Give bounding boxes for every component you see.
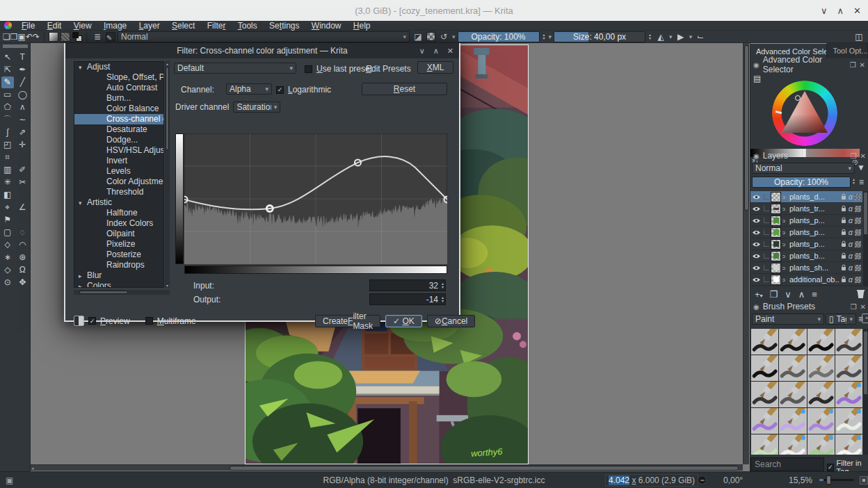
- magnetic-select-tool[interactable]: Ω: [16, 264, 29, 276]
- logarithmic-checkbox[interactable]: ✓: [276, 86, 284, 94]
- close-docker-icon[interactable]: ✕: [860, 303, 866, 311]
- layer-options-menu-icon[interactable]: ≡: [859, 177, 864, 187]
- menu-item[interactable]: Window: [307, 21, 346, 31]
- inherit-alpha-icon[interactable]: [855, 265, 861, 271]
- layer-opacity-spinner[interactable]: ▴▾: [851, 178, 856, 185]
- brush-preset-tile[interactable]: [807, 329, 835, 355]
- filter-list-item[interactable]: Raindrops: [74, 260, 163, 270]
- alpha-lock-icon[interactable]: α: [849, 240, 853, 248]
- use-last-preset-checkbox[interactable]: [305, 65, 312, 73]
- layer-name[interactable]: plants_p...: [789, 228, 839, 236]
- filter-list-item[interactable]: Auto Contrast: [74, 83, 163, 93]
- brush-preset-tile[interactable]: [835, 408, 862, 434]
- float-docker-icon[interactable]: ❐: [851, 303, 857, 311]
- filter-list-item[interactable]: ▾Adjust: [74, 62, 163, 72]
- brush-preset-tile[interactable]: [751, 355, 778, 381]
- menu-item[interactable]: Filter: [202, 21, 231, 31]
- filter-list-hscrollbar[interactable]: [74, 290, 170, 295]
- measure-tool[interactable]: ∠: [16, 202, 29, 213]
- alpha-lock-icon[interactable]: α: [849, 263, 853, 272]
- window-maximize-button[interactable]: ∧: [837, 6, 844, 16]
- cancel-button[interactable]: ⊘Cancel: [427, 315, 475, 327]
- zoom-tool[interactable]: ⊙: [1, 277, 14, 288]
- menu-item[interactable]: Image: [99, 21, 131, 31]
- layer-visibility-eye-icon[interactable]: [752, 206, 761, 212]
- workspace-chooser-icon[interactable]: ◫: [853, 32, 865, 42]
- gradient-tool[interactable]: ▥: [1, 164, 14, 176]
- layer-name[interactable]: plants_p...: [789, 240, 839, 248]
- brush-preset-tile[interactable]: [751, 434, 778, 455]
- docker-pin-icon[interactable]: ◉: [753, 61, 760, 69]
- [interactable]: [16, 152, 29, 163]
- filter-list-item[interactable]: Color Balance: [74, 104, 163, 114]
- eraser-mode-icon[interactable]: ◪: [412, 32, 424, 42]
- zoom-slider[interactable]: [819, 479, 854, 481]
- move-layer-down-button[interactable]: ∨: [785, 289, 791, 300]
- filter-list-item[interactable]: Index Colors: [74, 218, 163, 229]
- h-scroll-thumb[interactable]: [230, 466, 739, 471]
- brush-preset-tile[interactable]: [779, 434, 806, 455]
- blend-mode-dropdown[interactable]: Normal▾: [118, 31, 410, 42]
- canvas-horizontal-scrollbar[interactable]: ◂: [31, 464, 743, 471]
- bezier-select-tool[interactable]: ◇: [1, 264, 14, 276]
- filter-list-item[interactable]: ▸Colors: [74, 281, 163, 288]
- mirror-horizontal-icon[interactable]: ◭: [654, 32, 667, 42]
- ok-button[interactable]: ✓ OK: [385, 315, 422, 327]
- layer-row[interactable]: ↄ plants_sh... α: [750, 262, 862, 274]
- layer-name[interactable]: plants_d...: [789, 193, 839, 201]
- duplicate-layer-button[interactable]: ❐: [770, 289, 778, 300]
- tree-expand-icon[interactable]: ▸: [79, 282, 87, 288]
- menu-item[interactable]: View: [69, 21, 97, 31]
- layer-visibility-eye-icon[interactable]: [752, 253, 761, 259]
- layer-blend-mode-dropdown[interactable]: Normal▾: [752, 163, 855, 174]
- output-spinbox[interactable]: -14▴▾: [369, 293, 446, 305]
- filter-list-item[interactable]: Pixelize: [74, 239, 163, 250]
- layer-thumbnail[interactable]: [771, 192, 781, 202]
- pattern-chooser-icon[interactable]: [61, 32, 70, 42]
- brush-preset-tile[interactable]: [807, 355, 835, 381]
- filter-list-item[interactable]: Burn...: [74, 93, 163, 104]
- layer-name[interactable]: plants_p...: [789, 216, 839, 225]
- layer-row[interactable]: ↄ plants_d... α: [750, 191, 862, 203]
- brush-preset-tile[interactable]: [835, 355, 862, 381]
- xml-button[interactable]: XML: [417, 61, 453, 74]
- alpha-lock-icon[interactable]: α: [849, 204, 853, 213]
- rect-select-tool[interactable]: ▢: [1, 227, 14, 238]
- layer-visibility-eye-icon[interactable]: [752, 194, 761, 200]
- preserve-alpha-icon[interactable]: [426, 32, 435, 41]
- layer-thumbnail[interactable]: [771, 263, 781, 273]
- mirror-v-arrow[interactable]: ▾: [689, 33, 693, 40]
- brush-preset-tile[interactable]: [751, 408, 778, 434]
- crop-tool[interactable]: ⌗: [1, 152, 14, 163]
- redo-icon[interactable]: ↷: [33, 32, 40, 42]
- brush-preset-tile[interactable]: [779, 329, 806, 355]
- brush-preset-tile[interactable]: [779, 382, 806, 407]
- freehand-select-tool[interactable]: ◠: [16, 239, 29, 251]
- fill-tool[interactable]: ◧: [1, 189, 14, 201]
- filter-list-item[interactable]: Threshold: [74, 187, 163, 197]
- undo-icon[interactable]: ↶: [26, 32, 33, 42]
- brush-preset-icon[interactable]: ✎: [106, 32, 115, 42]
- freehand-path-tool[interactable]: ∼: [16, 114, 29, 126]
- inherit-alpha-icon[interactable]: [855, 253, 861, 259]
- layer-row[interactable]: ↄ plants_p... α: [750, 227, 862, 238]
- layer-row[interactable]: ↄ plants_p... α: [750, 238, 862, 250]
- polyline-tool[interactable]: ʌ: [16, 101, 29, 113]
- brush-preset-tile[interactable]: [835, 329, 862, 355]
- multibrush-tool[interactable]: ⇗: [16, 127, 29, 138]
- color-sampler-tool[interactable]: ✐: [16, 164, 29, 176]
- inherit-alpha-icon[interactable]: [855, 206, 861, 212]
- window-close-button[interactable]: ✕: [853, 6, 861, 16]
- alpha-lock-icon[interactable]: α: [849, 252, 853, 260]
- layers-scrollbar[interactable]: [863, 191, 868, 286]
- delete-layer-button[interactable]: [857, 290, 865, 298]
- layer-thumbnail[interactable]: [771, 204, 781, 214]
- line-tool[interactable]: ╱: [16, 76, 29, 88]
- calligraphy-tool[interactable]: ✒: [16, 64, 29, 76]
- layer-thumbnail[interactable]: [771, 275, 781, 285]
- filter-list-item[interactable]: Oilpaint: [74, 229, 163, 239]
- selection-display-icon[interactable]: ▣: [6, 475, 13, 485]
- polygon-select-tool[interactable]: ⬦: [1, 239, 14, 251]
- filter-list-item[interactable]: HSV/HSL Adjustme: [74, 145, 163, 156]
- save-icon[interactable]: ▣: [18, 32, 26, 42]
